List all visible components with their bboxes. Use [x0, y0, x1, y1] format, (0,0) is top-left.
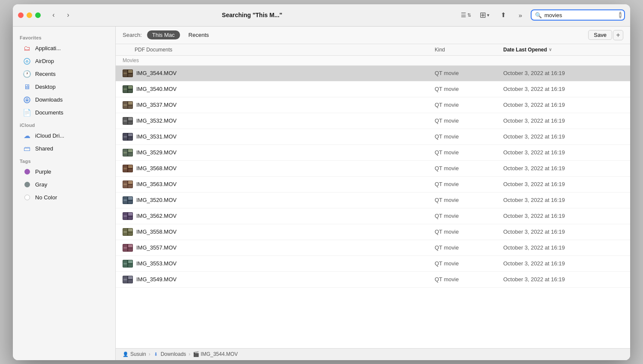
sidebar-item-shared[interactable]: 🗃 Shared: [16, 143, 112, 155]
traffic-lights: [18, 12, 41, 18]
svg-rect-57: [128, 232, 132, 235]
svg-point-1: [27, 62, 27, 63]
view-button[interactable]: ⊞ ▾: [476, 9, 493, 21]
save-button[interactable]: Save: [588, 30, 612, 40]
file-icon: [123, 116, 133, 126]
sidebar-item-icloud-drive[interactable]: ☁ iCloud Dri...: [16, 130, 112, 142]
sidebar-item-documents[interactable]: 📄 Documents: [16, 107, 112, 119]
table-row[interactable]: IMG_3562.MOV QT movie October 3, 2022 at…: [116, 208, 630, 224]
file-icon: [123, 147, 133, 158]
table-row[interactable]: IMG_3549.MOV QT movie October 3, 2022 at…: [116, 272, 630, 288]
sidebar-item-label: iCloud Dri...: [35, 132, 64, 139]
file-name: IMG_3531.MOV: [136, 133, 435, 140]
file-date: October 3, 2022 at 16:19: [503, 86, 623, 92]
minimize-button[interactable]: [27, 12, 32, 18]
close-button[interactable]: [18, 12, 24, 18]
column-name-header[interactable]: PDF Documents: [123, 47, 435, 53]
sidebar-item-recents[interactable]: 🕐 Recents: [16, 68, 112, 80]
svg-rect-6: [128, 70, 132, 73]
file-icon: [123, 274, 133, 285]
icloud-label: iCloud: [13, 119, 115, 129]
finder-window: ‹ › Searching "This M..." ☰ ⇅ ⊞ ▾ ⬆ » 🔍: [13, 4, 630, 360]
table-row[interactable]: IMG_3540.MOV QT movie October 3, 2022 at…: [116, 81, 630, 97]
mov-thumbnail: [123, 228, 133, 236]
table-row[interactable]: IMG_3531.MOV QT movie October 3, 2022 at…: [116, 129, 630, 145]
svg-rect-41: [128, 181, 132, 184]
file-date: October 3, 2022 at 16:19: [503, 181, 623, 187]
maximize-button[interactable]: [35, 12, 41, 18]
clear-icon: ×: [619, 13, 622, 18]
file-kind: QT movie: [435, 260, 503, 267]
svg-rect-33: [123, 152, 127, 153]
file-kind: QT movie: [435, 181, 503, 187]
table-row[interactable]: IMG_3544.MOV QT movie October 3, 2022 at…: [116, 66, 630, 81]
sidebar-item-label: No Color: [35, 194, 57, 201]
scope-this-mac-button[interactable]: This Mac: [147, 30, 180, 39]
search-clear-button[interactable]: ×: [619, 12, 622, 18]
sidebar-item-tag-gray[interactable]: Gray: [16, 179, 112, 191]
svg-rect-11: [128, 86, 132, 89]
file-name: IMG_3540.MOV: [136, 86, 435, 92]
list-options-button[interactable]: ☰ ⇅: [459, 9, 473, 21]
add-button[interactable]: +: [613, 30, 623, 40]
file-date: October 3, 2022 at 16:19: [503, 260, 623, 267]
share-button[interactable]: ⬆: [496, 9, 510, 21]
file-date: October 3, 2022 at 16:19: [503, 117, 623, 124]
more-button[interactable]: »: [514, 9, 527, 21]
file-date: October 3, 2022 at 16:19: [503, 102, 623, 108]
file-kind: QT movie: [435, 197, 503, 203]
sidebar-item-tag-purple[interactable]: Purple: [16, 166, 112, 178]
table-row[interactable]: IMG_3532.MOV QT movie October 3, 2022 at…: [116, 113, 630, 129]
mov-thumbnail: [123, 276, 133, 283]
svg-rect-31: [128, 149, 132, 152]
svg-rect-32: [128, 153, 132, 156]
table-row[interactable]: IMG_3558.MOV QT movie October 3, 2022 at…: [116, 224, 630, 240]
svg-rect-71: [128, 276, 132, 279]
sidebar-item-applications[interactable]: 🗂 Applicati...: [16, 42, 112, 54]
sidebar-item-label: Purple: [35, 168, 51, 175]
file-name: IMG_3544.MOV: [136, 70, 435, 76]
shared-icon: 🗃: [23, 145, 31, 153]
sidebar-item-downloads[interactable]: Downloads: [16, 94, 112, 106]
file-icon: [123, 243, 133, 253]
svg-rect-43: [123, 184, 127, 185]
sidebar-item-airdrop[interactable]: AirDrop: [16, 55, 112, 67]
table-row[interactable]: IMG_3520.MOV QT movie October 3, 2022 at…: [116, 193, 630, 208]
search-box: 🔍 ×: [531, 9, 625, 21]
recents-icon: 🕐: [23, 70, 31, 78]
content-area: Search: This Mac Recents Save + PDF Docu…: [116, 27, 630, 360]
file-kind: QT movie: [435, 229, 503, 235]
table-row[interactable]: IMG_3553.MOV QT movie October 3, 2022 at…: [116, 256, 630, 272]
favorites-label: Favorites: [13, 32, 115, 42]
file-date: October 3, 2022 at 16:19: [503, 229, 623, 235]
svg-rect-16: [128, 102, 132, 105]
file-date: October 3, 2022 at 16:19: [503, 197, 623, 203]
svg-rect-61: [128, 244, 132, 247]
file-name: IMG_3558.MOV: [136, 229, 435, 235]
table-row[interactable]: IMG_3568.MOV QT movie October 3, 2022 at…: [116, 161, 630, 177]
table-row[interactable]: IMG_3557.MOV QT movie October 3, 2022 at…: [116, 240, 630, 256]
documents-icon: 📄: [23, 109, 31, 117]
mov-thumbnail: [123, 244, 133, 252]
table-row[interactable]: IMG_3563.MOV QT movie October 3, 2022 at…: [116, 177, 630, 193]
svg-rect-12: [128, 90, 132, 93]
scope-recents-button[interactable]: Recents: [183, 30, 214, 39]
column-kind-header[interactable]: Kind: [435, 47, 503, 53]
mov-thumbnail: [123, 117, 133, 125]
column-date-header[interactable]: Date Last Opened ∨: [503, 47, 623, 53]
table-row[interactable]: IMG_3529.MOV QT movie October 3, 2022 at…: [116, 145, 630, 161]
sidebar-item-desktop[interactable]: 🖥 Desktop: [16, 81, 112, 93]
file-icon: [123, 68, 133, 78]
search-input[interactable]: [544, 12, 616, 18]
sidebar-item-tag-nocolor[interactable]: No Color: [16, 192, 112, 204]
svg-rect-17: [128, 105, 132, 108]
file-icon: [123, 259, 133, 269]
list-icon: ☰: [461, 12, 466, 18]
svg-rect-56: [128, 229, 132, 232]
table-row[interactable]: IMG_3537.MOV QT movie October 3, 2022 at…: [116, 97, 630, 113]
file-date: October 3, 2022 at 16:19: [503, 213, 623, 219]
arrange-icon: ⇅: [467, 12, 471, 18]
svg-rect-73: [123, 279, 127, 280]
file-kind: QT movie: [435, 213, 503, 219]
main-area: Favorites 🗂 Applicati... AirDrop 🕐 Re: [13, 27, 630, 360]
